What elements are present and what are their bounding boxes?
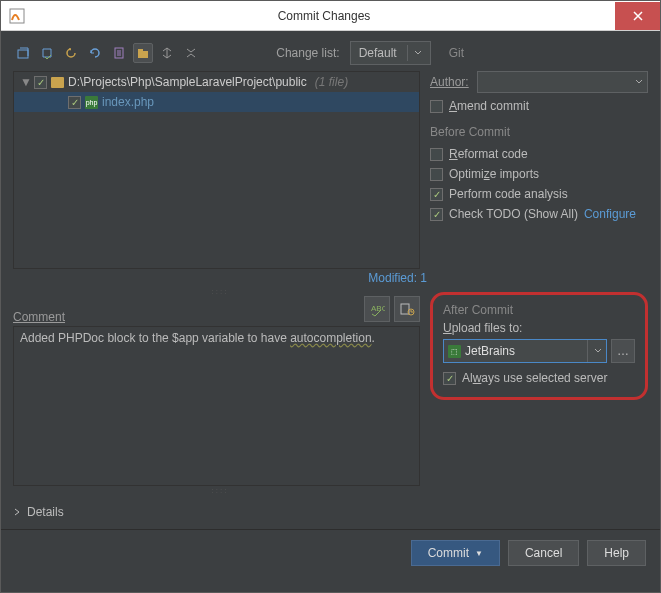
before-commit-title: Before Commit — [430, 125, 648, 139]
php-file-icon: php — [85, 96, 98, 109]
refresh-icon[interactable] — [85, 43, 105, 63]
window-title: Commit Changes — [33, 9, 615, 23]
modified-count: Modified: 1 — [368, 271, 427, 285]
commit-button[interactable]: Commit▼ — [411, 540, 500, 566]
chevron-down-icon: ▼ — [475, 549, 483, 558]
tree-root-row[interactable]: ▼ D:\Projects\Php\SampleLaravelProject\p… — [14, 72, 419, 92]
chevron-down-icon — [635, 79, 643, 85]
reformat-checkbox[interactable] — [430, 148, 443, 161]
todo-label: Check TODO (Show All) — [449, 207, 578, 221]
upload-label: Upload files to: — [443, 321, 635, 335]
upload-server-select[interactable]: ⬚ JetBrains — [443, 339, 607, 363]
resize-handle[interactable]: :::: — [13, 287, 427, 296]
svg-rect-4 — [138, 49, 143, 52]
amend-checkbox[interactable] — [430, 100, 443, 113]
checkbox[interactable] — [34, 76, 47, 89]
resize-handle[interactable]: :::: — [13, 486, 427, 495]
optimize-label: Optimize imports — [449, 167, 539, 181]
analysis-checkbox[interactable] — [430, 188, 443, 201]
checkbox[interactable] — [68, 96, 81, 109]
after-commit-title: After Commit — [443, 303, 635, 317]
reformat-label: Reformat code — [449, 147, 528, 161]
changelist-value: Default — [359, 46, 397, 60]
close-icon — [633, 11, 643, 21]
details-toggle[interactable]: Details — [13, 505, 648, 519]
analysis-label: Perform code analysis — [449, 187, 568, 201]
folder-icon — [51, 77, 64, 88]
collapse-all-icon[interactable] — [181, 43, 201, 63]
amend-label: Amend commit — [449, 99, 529, 113]
comment-text-suffix: . — [372, 331, 375, 345]
rollback-icon[interactable] — [61, 43, 81, 63]
optimize-checkbox[interactable] — [430, 168, 443, 181]
always-server-checkbox[interactable] — [443, 372, 456, 385]
always-server-label: Always use selected server — [462, 371, 607, 385]
tree-file-label: index.php — [102, 95, 154, 109]
server-icon: ⬚ — [448, 345, 461, 358]
commit-history-button[interactable] — [394, 296, 420, 322]
author-select[interactable] — [477, 71, 648, 93]
comment-text-underlined: autocompletion — [290, 331, 371, 345]
app-icon — [9, 8, 25, 24]
configure-link[interactable]: Configure — [584, 207, 636, 221]
expand-all-icon[interactable] — [157, 43, 177, 63]
chevron-down-icon — [587, 340, 602, 362]
comment-label: Comment — [13, 310, 65, 324]
show-diff-icon[interactable] — [13, 43, 33, 63]
move-to-changelist-icon[interactable] — [37, 43, 57, 63]
browse-server-button[interactable]: … — [611, 339, 635, 363]
author-label: Author: — [430, 75, 469, 89]
help-button[interactable]: Help — [587, 540, 646, 566]
changelist-select[interactable]: Default — [350, 41, 431, 65]
svg-rect-1 — [18, 50, 28, 58]
chevron-right-icon — [13, 508, 21, 516]
group-by-directory-icon[interactable] — [133, 43, 153, 63]
svg-text:ABC: ABC — [371, 304, 385, 313]
titlebar: Commit Changes — [1, 1, 660, 31]
comment-textarea[interactable]: Added PHPDoc block to the $app variable … — [13, 326, 420, 486]
collapse-arrow-icon[interactable]: ▼ — [20, 75, 30, 89]
spellcheck-button[interactable]: ABC — [364, 296, 390, 322]
new-changelist-icon[interactable] — [109, 43, 129, 63]
todo-checkbox[interactable] — [430, 208, 443, 221]
upload-server-value: JetBrains — [465, 344, 515, 358]
after-commit-panel: After Commit Upload files to: ⬚ JetBrain… — [430, 292, 648, 400]
chevron-down-icon — [407, 45, 422, 61]
comment-text-prefix: Added PHPDoc block to the $app variable … — [20, 331, 290, 345]
svg-rect-3 — [138, 51, 148, 58]
vcs-label: Git — [449, 46, 464, 60]
tree-root-count: (1 file) — [315, 75, 348, 89]
cancel-button[interactable]: Cancel — [508, 540, 579, 566]
tree-root-label: D:\Projects\Php\SampleLaravelProject\pub… — [68, 75, 307, 89]
close-button[interactable] — [615, 2, 660, 30]
changelist-label: Change list: — [276, 46, 339, 60]
tree-file-row[interactable]: php index.php — [14, 92, 419, 112]
details-label: Details — [27, 505, 64, 519]
changes-tree[interactable]: ▼ D:\Projects\Php\SampleLaravelProject\p… — [13, 71, 420, 269]
